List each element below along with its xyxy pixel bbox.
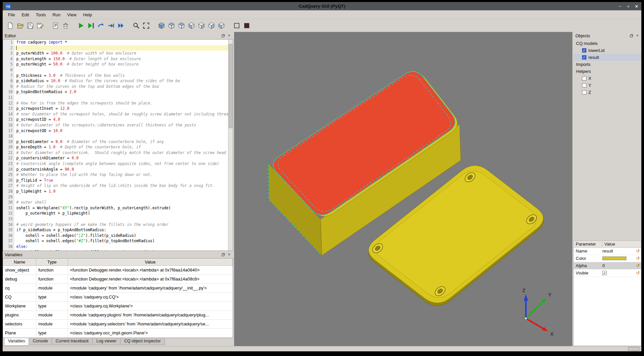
code-line[interactable]: p_thickness = 3.0··# Thickness of the bo… xyxy=(14,73,228,79)
3d-viewport[interactable]: Z Y X xyxy=(234,32,572,346)
objects-float-button[interactable] xyxy=(629,33,634,38)
code-line[interactable]: p_flipLid = True xyxy=(14,178,228,183)
menu-help[interactable]: Help xyxy=(80,11,96,19)
view-right-button[interactable] xyxy=(196,21,206,31)
code-line[interactable]: p_outerWidth = 100.0··# Outer width of b… xyxy=(14,51,228,56)
menu-file[interactable]: File xyxy=(5,11,18,19)
objects-close-button[interactable]: × xyxy=(635,33,640,38)
variables-column-header[interactable]: Type xyxy=(36,259,68,266)
code-line[interactable]: p_outerLength = 150.0··# Outer length of… xyxy=(14,56,228,62)
debug-button[interactable] xyxy=(86,21,96,31)
code-line[interactable]: # weird geometry happens if we make the … xyxy=(14,222,228,228)
z-checkbox[interactable] xyxy=(582,90,586,94)
zoom-to-fit-button[interactable] xyxy=(131,21,141,31)
y-checkbox[interactable] xyxy=(582,83,586,88)
code-line[interactable]: # How far in from the edges the screwpos… xyxy=(14,100,228,106)
code-line[interactable] xyxy=(14,45,228,51)
code-line[interactable]: p_sideRadius = 10.0··# Radius for the cu… xyxy=(14,78,228,84)
view-front-button[interactable] xyxy=(206,21,216,31)
code-line[interactable]: oshell = Workplane("XY").rect(p_outerWid… xyxy=(14,205,228,211)
menu-run[interactable]: Run xyxy=(49,11,64,19)
variables-column-header[interactable]: Value xyxy=(68,259,233,266)
shaded-button[interactable] xyxy=(242,21,252,31)
code-line[interactable]: if p_sideRadius > p_topAndBottomRadius: xyxy=(14,227,228,233)
editor-scrollbar[interactable] xyxy=(228,40,233,251)
code-line[interactable] xyxy=(14,194,228,200)
menu-view[interactable]: View xyxy=(64,11,80,19)
code-line[interactable] xyxy=(14,67,228,73)
view-iso-button[interactable] xyxy=(157,21,166,31)
tree-item-cq-models[interactable]: CQ models xyxy=(573,40,641,47)
view-bottom-button[interactable] xyxy=(176,21,186,31)
save-file-button[interactable] xyxy=(25,21,35,31)
variables-row-workplane[interactable]: Workplanetype<class 'cadquery.cq.Workpla… xyxy=(3,302,233,311)
tree-item-helpers[interactable]: Helpers xyxy=(573,68,641,75)
fit-all-button[interactable] xyxy=(141,21,151,31)
menu-edit[interactable]: Edit xyxy=(18,11,32,19)
code-line[interactable]: from cadquery import * xyxy=(14,40,228,45)
code-line[interactable]: p_countersinkAngle = 90.0 xyxy=(14,167,228,172)
code-line[interactable]: p_outerHeight + p_lipHeight) xyxy=(14,211,228,216)
tab-variables[interactable]: Variables xyxy=(4,338,29,346)
view-back-button[interactable] xyxy=(216,21,226,31)
code-line[interactable]: # outer shell xyxy=(14,200,228,205)
result-checkbox[interactable]: ✓ xyxy=(582,55,586,60)
variables-column-header[interactable]: Name xyxy=(3,259,36,266)
tab-current-traceback[interactable]: Current traceback xyxy=(52,338,93,345)
param-row-alpha[interactable]: Alpha0↺ xyxy=(574,262,641,269)
new-file-button[interactable] xyxy=(5,21,15,31)
code-editor[interactable]: 1234567891011121314151617181920212223242… xyxy=(3,39,233,251)
code-line[interactable]: p_topAndBottomRadius = 2.0 xyxy=(14,89,228,95)
code-line[interactable]: p_screwpostInset = 12.0 xyxy=(14,106,228,111)
variables-row-cq[interactable]: CQtype<class 'cadquery.cq.CQ'> xyxy=(3,293,233,302)
continue-button[interactable] xyxy=(116,21,126,31)
variables-row-show_object[interactable]: show_objectfunction<function Debugger.re… xyxy=(3,266,233,275)
tree-item-y[interactable]: Y xyxy=(573,82,641,89)
visible-checkbox[interactable]: ✓ xyxy=(602,271,607,275)
tree-item-x[interactable]: X xyxy=(573,75,641,82)
step-over-button[interactable] xyxy=(96,21,106,31)
maximize-button[interactable]: + xyxy=(627,3,630,9)
variables-float-button[interactable] xyxy=(220,252,226,257)
code-area[interactable]: from cadquery import *p_outerWidth = 100… xyxy=(14,40,228,251)
tab-log-viewer[interactable]: Log viewer xyxy=(92,338,120,345)
code-line[interactable]: p_countersinkDiameter = 0.0 xyxy=(14,155,228,161)
render-button[interactable] xyxy=(76,21,86,31)
save-as-button[interactable] xyxy=(35,21,45,31)
reset-icon[interactable]: ↺ xyxy=(635,263,641,268)
minimize-button[interactable]: − xyxy=(619,3,622,9)
tree-item-lowerlid[interactable]: ✓lowerLid xyxy=(573,47,641,54)
code-line[interactable]: else: xyxy=(14,244,228,250)
code-line[interactable]: # Height of lip on the underside of the … xyxy=(14,183,228,189)
variables-row-plugins[interactable]: pluginsmodule<module 'cadquery.plugins' … xyxy=(3,311,233,320)
code-line[interactable]: p_lipHeight = 1.0 xyxy=(14,189,228,194)
variables-row-cq[interactable]: cqmodule<module 'cadquery' from '/home/a… xyxy=(3,284,233,293)
delete-button[interactable] xyxy=(61,21,71,31)
variables-row-plane[interactable]: Planetype<class 'cadquery.occ_impl.geom.… xyxy=(3,329,233,338)
code-line[interactable]: oshell = oshell.edges("#Z").fillet(p_top… xyxy=(14,238,228,244)
reset-icon[interactable]: ↺ xyxy=(635,270,641,275)
code-line[interactable]: oshell = oshell.edges("|Z").fillet(p_sid… xyxy=(14,233,228,239)
editor-close-button[interactable]: × xyxy=(226,33,232,38)
code-line[interactable]: oshell = oshell.edges("#Z").fillet(p_top… xyxy=(14,250,228,251)
param-row-color[interactable]: Color↺ xyxy=(574,255,641,262)
wireframe-button[interactable] xyxy=(232,21,242,31)
reset-icon[interactable]: ↺ xyxy=(635,249,641,254)
editor-scrollbar-thumb[interactable] xyxy=(229,44,232,128)
tab-console[interactable]: Console xyxy=(29,338,52,345)
code-line[interactable]: p_outerHeight = 50.0··# Outer height of … xyxy=(14,62,228,67)
menu-tools[interactable]: Tools xyxy=(32,11,49,19)
step-into-button[interactable] xyxy=(106,21,116,31)
open-file-button[interactable] xyxy=(15,21,25,31)
code-line[interactable]: p_boreDepth = 1.0··# Depth of the counte… xyxy=(14,144,228,150)
variables-row-selectors[interactable]: selectorsmodule<module 'cadquery.selecto… xyxy=(3,320,233,329)
code-line[interactable]: # Countersink angle (complete angle betw… xyxy=(14,161,228,167)
editor-float-button[interactable] xyxy=(220,33,226,38)
code-line[interactable]: # Radius for the curves on the top and b… xyxy=(14,84,228,89)
x-checkbox[interactable] xyxy=(582,76,586,81)
param-row-name[interactable]: Nameresult↺ xyxy=(574,248,641,255)
param-row-visible[interactable]: Visible✓↺ xyxy=(574,269,641,277)
tree-item-result[interactable]: ✓result xyxy=(573,54,641,61)
variables-row-debug[interactable]: debugfunction<function Debugger.render.<… xyxy=(3,275,233,284)
reset-icon[interactable]: ↺ xyxy=(635,256,641,261)
